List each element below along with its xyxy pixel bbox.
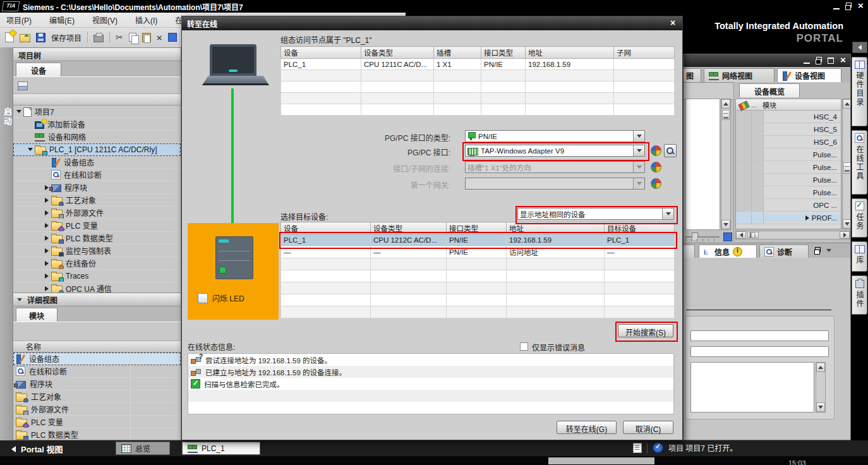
zoom-slider[interactable] bbox=[685, 232, 733, 242]
open-project-icon[interactable] bbox=[20, 34, 30, 42]
module-row[interactable]: Pulse... bbox=[736, 186, 841, 199]
module-row[interactable]: Pulse... bbox=[736, 161, 841, 174]
module-row[interactable]: Pulse... bbox=[736, 174, 841, 186]
restore-icon[interactable] bbox=[843, 2, 853, 11]
subnet-connection-select[interactable]: 插槽"1 X1"处的方向 bbox=[465, 161, 645, 173]
tree-item[interactable]: Traces bbox=[13, 270, 181, 282]
expand-right-icon[interactable] bbox=[42, 274, 51, 279]
close-icon[interactable] bbox=[855, 2, 865, 11]
fit-view-icon[interactable] bbox=[723, 232, 732, 241]
tree-item[interactable]: 项目7 bbox=[13, 106, 181, 118]
column-header[interactable]: 子网 bbox=[614, 47, 675, 59]
copy-icon[interactable] bbox=[129, 33, 136, 42]
module-row[interactable]: PROF... bbox=[736, 212, 841, 224]
save-project-label[interactable]: 保存项目 bbox=[51, 32, 81, 43]
new-project-icon[interactable] bbox=[5, 32, 14, 42]
column-header[interactable]: 设备类型 bbox=[361, 47, 434, 59]
detect-interface-button[interactable] bbox=[664, 144, 677, 157]
scroll-down-icon[interactable] bbox=[845, 222, 850, 226]
dropdown-arrow[interactable] bbox=[662, 208, 673, 219]
expand-right-icon[interactable] bbox=[42, 248, 51, 253]
minimize-icon[interactable] bbox=[802, 56, 812, 65]
scroll-handle[interactable] bbox=[843, 162, 851, 174]
canvas-vscrollbar[interactable] bbox=[721, 99, 731, 230]
empty-row[interactable] bbox=[281, 104, 675, 116]
go-online-button[interactable]: 转至在线(G) bbox=[557, 421, 617, 434]
collapse-panel-button[interactable] bbox=[852, 42, 867, 53]
tree-item[interactable]: 添加新设备 bbox=[13, 118, 181, 131]
delete-icon[interactable]: × bbox=[157, 33, 162, 42]
expand-down-icon[interactable] bbox=[26, 148, 35, 151]
expand-right-icon[interactable] bbox=[42, 198, 51, 203]
column-header[interactable]: 设备 bbox=[281, 222, 371, 234]
plc1-editor-button[interactable]: PLC_1 bbox=[182, 442, 260, 455]
empty-row[interactable] bbox=[281, 294, 675, 306]
tree-item[interactable]: 在线和诊断 bbox=[13, 169, 181, 181]
detail-list-item[interactable]: PLC 数据类型 bbox=[13, 428, 181, 440]
portal-rail-start-label[interactable]: 启动 bbox=[1, 107, 13, 126]
split-view-icon[interactable] bbox=[18, 82, 28, 90]
module-row[interactable]: Pulse... bbox=[736, 148, 841, 161]
column-header[interactable]: 设备 bbox=[281, 47, 361, 59]
memory-card-icon[interactable] bbox=[633, 443, 642, 453]
detail-view-header[interactable]: 详细视图 bbox=[13, 293, 181, 306]
start-search-button[interactable]: 开始搜索(S) bbox=[618, 324, 673, 337]
tab-properties-cut[interactable] bbox=[683, 245, 695, 258]
side-tab-tasks[interactable]: 任务 bbox=[852, 198, 867, 238]
tree-item[interactable]: 程序块 bbox=[13, 181, 181, 194]
tab-modules[interactable]: 模块 bbox=[16, 308, 57, 322]
pgpc-interface-type-select[interactable]: PN/IE bbox=[465, 130, 645, 142]
expand-right-icon[interactable] bbox=[42, 210, 51, 215]
tab-device-view[interactable]: 设备视图 bbox=[777, 68, 841, 82]
side-tab-online-tools[interactable]: 在线工具 bbox=[852, 130, 867, 195]
scroll-up-icon[interactable] bbox=[723, 102, 728, 106]
empty-row[interactable] bbox=[281, 258, 675, 270]
tree-item[interactable]: 外部源文件 bbox=[13, 207, 181, 219]
pgpc-interface-select[interactable]: TAP-Windows Adapter V9 bbox=[465, 145, 645, 157]
close-icon[interactable] bbox=[838, 56, 848, 65]
tree-item[interactable]: 在线备份 bbox=[13, 257, 181, 270]
portal-view-button[interactable]: Portal 视图 bbox=[11, 443, 63, 455]
empty-row[interactable] bbox=[281, 270, 675, 282]
minimize-icon[interactable] bbox=[831, 2, 841, 11]
module-row[interactable]: HSC_6 bbox=[736, 136, 841, 148]
tree-item[interactable]: PLC 数据类型 bbox=[13, 232, 181, 245]
dropdown-arrow[interactable] bbox=[633, 145, 644, 156]
undo-icon[interactable] bbox=[168, 33, 177, 42]
side-tab-library[interactable]: 库 bbox=[852, 241, 867, 272]
dots-column-header[interactable]: ... bbox=[751, 101, 763, 109]
device-view-canvas[interactable] bbox=[685, 99, 720, 230]
tab-diagnostics[interactable]: 诊断 bbox=[759, 245, 809, 258]
menu-item-1[interactable]: 编辑(E) bbox=[49, 15, 75, 25]
dropdown-arrow[interactable] bbox=[633, 131, 644, 142]
expand-right-icon[interactable] bbox=[805, 215, 809, 220]
shield-icon[interactable] bbox=[651, 145, 661, 156]
tree-item[interactable]: PLC_1 [CPU 1211C AC/DC/Rly] bbox=[13, 143, 181, 156]
tab-info[interactable]: 信息 bbox=[699, 245, 757, 258]
chevron-down-icon[interactable] bbox=[826, 249, 831, 252]
inspector-field-1[interactable] bbox=[690, 330, 829, 341]
menu-item-2[interactable]: 视图(V) bbox=[92, 15, 118, 25]
side-tab-catalog[interactable]: 硬件目录 bbox=[852, 57, 867, 126]
expand-right-icon[interactable] bbox=[42, 261, 51, 266]
empty-row[interactable] bbox=[281, 306, 675, 318]
compatible-devices-filter[interactable]: 显示地址相同的设备 bbox=[517, 208, 674, 220]
module-column-header[interactable]: 模块 bbox=[763, 100, 776, 110]
paste-icon[interactable] bbox=[142, 33, 151, 42]
detail-list-item[interactable]: 设备组态 bbox=[13, 353, 181, 365]
tab-device-overview[interactable]: 设备概览 bbox=[739, 83, 800, 97]
scroll-handle[interactable] bbox=[722, 110, 730, 120]
scroll-right-icon[interactable] bbox=[843, 232, 847, 238]
side-tab-addins[interactable]: 插件 bbox=[852, 275, 867, 315]
print-icon[interactable] bbox=[93, 35, 104, 42]
column-header[interactable]: 设备类型 bbox=[371, 222, 447, 234]
detail-column-name[interactable]: 名称 bbox=[13, 341, 181, 353]
detail-list-item[interactable]: 程序块 bbox=[13, 378, 181, 390]
inspector-field-2[interactable] bbox=[690, 346, 829, 357]
empty-row[interactable] bbox=[281, 70, 675, 82]
scroll-up-icon[interactable] bbox=[818, 366, 823, 369]
restore-icon[interactable] bbox=[814, 56, 824, 65]
first-gateway-select[interactable] bbox=[465, 178, 645, 190]
inspector-textarea[interactable] bbox=[690, 362, 814, 413]
shield-icon[interactable] bbox=[651, 162, 661, 172]
